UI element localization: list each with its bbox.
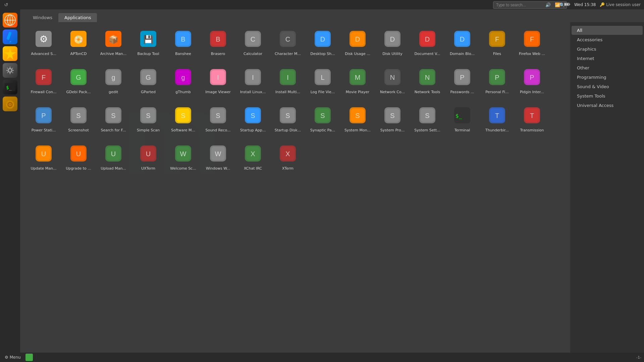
app-item[interactable]: N Network Tools — [411, 64, 444, 101]
menu-button[interactable]: ⚙️ Menu — [3, 354, 23, 360]
taskbar-window-btn[interactable] — [25, 354, 33, 361]
app-item[interactable]: $_Terminal — [445, 102, 479, 139]
app-item[interactable]: I Image Viewer — [201, 64, 235, 101]
app-item[interactable]: B Banshee — [166, 25, 200, 62]
app-item[interactable]: T Transmission — [515, 102, 549, 139]
app-icon: S — [68, 105, 89, 126]
svg-text:X: X — [285, 150, 290, 158]
svg-text:I: I — [287, 74, 289, 81]
sidebar-icon-pen[interactable] — [3, 29, 17, 44]
app-item[interactable]: P Power Stati... — [27, 102, 60, 139]
svg-text:L: L — [321, 74, 324, 81]
category-item[interactable]: Sound & Video — [572, 82, 643, 91]
app-item[interactable]: S Simple Scan — [131, 102, 165, 139]
app-item[interactable]: W Welcome Sc... — [166, 140, 200, 177]
app-icon: S — [242, 105, 264, 126]
app-item[interactable]: X XChat IRC — [236, 140, 270, 177]
app-label: Terminal — [454, 128, 470, 132]
app-icon: U — [68, 143, 89, 164]
app-item[interactable]: P Pidgin Inter... — [515, 64, 549, 101]
category-item[interactable]: Internet — [572, 54, 643, 63]
app-item[interactable]: S Startup App... — [236, 102, 270, 139]
app-icon: S — [417, 105, 438, 126]
app-item[interactable]: 📀APTonCD — [62, 25, 95, 62]
app-item[interactable]: U Upgrade to ... — [62, 140, 95, 177]
app-item[interactable]: D Domain Blo... — [445, 25, 479, 62]
app-item[interactable]: S System Pro... — [376, 102, 409, 139]
app-label: Character M... — [275, 52, 301, 56]
search-input[interactable] — [493, 1, 567, 9]
sidebar-icon-star[interactable] — [3, 46, 17, 61]
app-item[interactable]: M Movie Player — [341, 64, 374, 101]
app-item[interactable]: I Install Linux... — [236, 64, 270, 101]
app-item[interactable]: G GParted — [131, 64, 165, 101]
app-item[interactable]: U UXTerm — [131, 140, 165, 177]
app-item[interactable]: D Disk Usage ... — [341, 25, 374, 62]
svg-text:B: B — [216, 36, 220, 43]
sidebar-icon-terminal[interactable]: $_ — [3, 80, 17, 95]
app-item[interactable]: S Startup Disk... — [271, 102, 305, 139]
app-label: Software M... — [171, 128, 195, 132]
app-item[interactable]: 💾Backup Tool — [131, 25, 165, 62]
svg-rect-8 — [6, 32, 12, 40]
app-item[interactable]: S Software M... — [166, 102, 200, 139]
sidebar-icon-snail[interactable] — [3, 97, 17, 111]
app-item[interactable]: S Sound Reco... — [201, 102, 235, 139]
category-item[interactable]: Accessories — [572, 35, 643, 44]
svg-text:C: C — [251, 36, 255, 43]
app-icon: U — [33, 143, 54, 164]
sidebar-icon-gear[interactable] — [3, 63, 17, 78]
category-item[interactable]: Graphics — [572, 45, 643, 54]
app-icon: L — [312, 66, 333, 88]
app-icon: F — [486, 28, 508, 50]
app-label: Passwords ... — [450, 90, 474, 94]
app-item[interactable]: F Firefox Web ... — [515, 25, 549, 62]
app-icon: S — [347, 105, 368, 126]
sidebar-icon-globe[interactable] — [3, 13, 17, 27]
app-item[interactable]: F Firewall Con... — [27, 64, 60, 101]
app-item[interactable]: g gedit — [97, 64, 130, 101]
app-item[interactable]: C Character M... — [271, 25, 305, 62]
app-item[interactable]: F Files — [480, 25, 514, 62]
app-item[interactable]: I Install Multi... — [271, 64, 305, 101]
app-label: Power Stati... — [32, 128, 56, 132]
app-item[interactable]: P Personal Fi... — [480, 64, 514, 101]
app-item[interactable]: S Search for F... — [97, 102, 130, 139]
app-item[interactable]: S Synaptic Pa... — [306, 102, 339, 139]
app-item[interactable]: D Document V... — [411, 25, 444, 62]
tab-applications[interactable]: Applications — [58, 13, 97, 22]
category-item[interactable]: System Tools — [572, 92, 643, 101]
app-item[interactable]: P Passwords ... — [445, 64, 479, 101]
topbar: ↺ 🔊 📶 Wed 15:38 🔑 Live session user 🔍 — [0, 0, 644, 9]
app-item[interactable]: S Screenshot — [62, 102, 95, 139]
app-label: Image Viewer — [205, 90, 230, 94]
app-item[interactable]: D Disk Utility — [376, 25, 409, 62]
search-icon: 🔍 — [559, 2, 565, 8]
app-item[interactable]: g gThumb — [166, 64, 200, 101]
app-item[interactable]: 📦Archive Man... — [97, 25, 130, 62]
app-item[interactable]: W Windows W... — [201, 140, 235, 177]
refresh-icon[interactable]: ↺ — [3, 2, 9, 7]
svg-text:D: D — [390, 36, 395, 43]
category-item[interactable]: Programming — [572, 73, 643, 82]
app-item[interactable]: C Calculator — [236, 25, 270, 62]
app-item[interactable]: X XTerm — [271, 140, 305, 177]
app-item[interactable]: T Thunderbir... — [480, 102, 514, 139]
app-item[interactable]: U Upload Man... — [97, 140, 130, 177]
app-label: Windows W... — [206, 166, 230, 171]
category-item[interactable]: Universal Access — [572, 101, 643, 110]
tab-windows[interactable]: Windows — [27, 13, 58, 22]
svg-text:S: S — [216, 112, 220, 119]
app-item[interactable]: D Desktop Sh... — [306, 25, 339, 62]
app-item[interactable]: ⚙Advanced S... — [27, 25, 60, 62]
app-item[interactable]: G GDebi Pack... — [62, 64, 95, 101]
app-item[interactable]: L Log File Vie... — [306, 64, 339, 101]
app-item[interactable]: U Update Man... — [27, 140, 60, 177]
category-item[interactable]: All — [572, 26, 643, 35]
app-item[interactable]: N Network Co... — [376, 64, 409, 101]
app-item[interactable]: S System Mon... — [341, 102, 374, 139]
category-item[interactable]: Other — [572, 63, 643, 72]
app-item[interactable]: B Brasero — [201, 25, 235, 62]
svg-text:📦: 📦 — [108, 35, 118, 44]
app-item[interactable]: S System Sett... — [411, 102, 444, 139]
